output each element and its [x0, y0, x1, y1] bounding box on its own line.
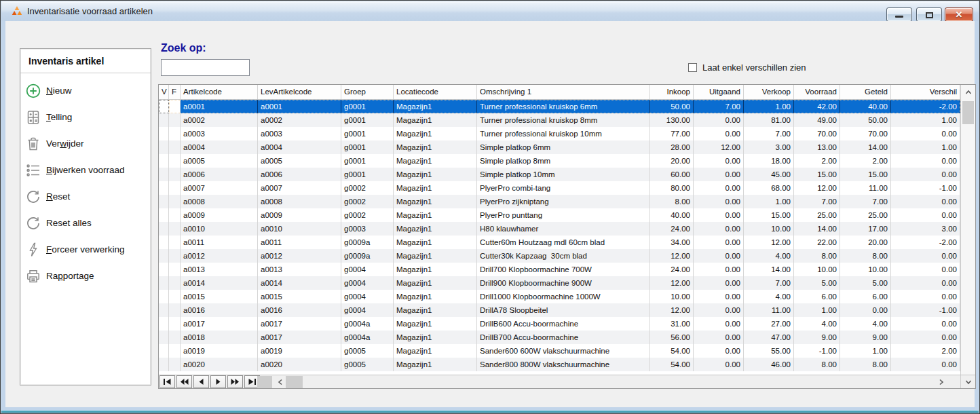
table-row[interactable]: a0012a0012g0009aMagazijn1Cutter30k Kapza… [159, 249, 960, 263]
cell-artikelcode[interactable]: a0013 [181, 263, 258, 276]
cell-locatiecode[interactable]: Magazijn1 [394, 263, 477, 276]
cell-verschil[interactable]: -2.00 [891, 100, 960, 113]
cell-artikelcode[interactable]: a0002 [181, 113, 258, 127]
cell-v[interactable] [159, 181, 169, 195]
cell-inkoop[interactable]: 40.00 [650, 208, 694, 222]
column-header-omschrijving1[interactable]: Omschrijving 1 [477, 85, 650, 99]
cell-voorraad[interactable]: -1.00 [794, 344, 840, 358]
cell-verkoop[interactable]: 18.00 [744, 154, 794, 168]
maximize-button[interactable] [916, 7, 942, 22]
cell-geteld[interactable]: 8.00 [840, 358, 891, 371]
table-row[interactable]: a0010a0010g0003Magazijn1H80 klauwhamer24… [159, 222, 960, 236]
cell-locatiecode[interactable]: Magazijn1 [394, 140, 477, 154]
cell-locatiecode[interactable]: Magazijn1 [394, 195, 477, 208]
cell-locatiecode[interactable]: Magazijn1 [394, 181, 477, 195]
cell-voorraad[interactable]: 12.00 [794, 181, 840, 195]
cell-voorraad[interactable]: 2.00 [794, 154, 840, 168]
scroll-down-arrow-icon[interactable] [960, 375, 975, 388]
cell-artikelcode[interactable]: a0018 [181, 331, 258, 344]
cell-v[interactable] [159, 208, 169, 222]
cell-uitgaand[interactable]: 0.00 [694, 249, 744, 263]
search-input[interactable] [161, 59, 250, 76]
cell-verschil[interactable]: 0.00 [891, 208, 960, 222]
cell-locatiecode[interactable]: Magazijn1 [394, 303, 477, 317]
cell-voorraad[interactable]: 49.00 [794, 113, 840, 127]
cell-groep[interactable]: g0001 [341, 140, 394, 154]
cell-f[interactable] [169, 290, 181, 303]
cell-v[interactable] [159, 249, 169, 263]
cell-groep[interactable]: g0004 [341, 263, 394, 276]
cell-omschrijving1[interactable]: Drill900 Klopboormachine 900W [477, 276, 650, 290]
cell-v[interactable] [159, 154, 169, 168]
cell-voorraad[interactable]: 22.00 [794, 236, 840, 249]
cell-geteld[interactable]: 2.00 [840, 154, 891, 168]
cell-verkoop[interactable]: 68.00 [744, 181, 794, 195]
cell-voorraad[interactable]: 10.00 [794, 263, 840, 276]
cell-locatiecode[interactable]: Magazijn1 [394, 100, 477, 113]
cell-groep[interactable]: g0004a [341, 331, 394, 344]
cell-v[interactable] [159, 140, 169, 154]
cell-uitgaand[interactable]: 0.00 [694, 236, 744, 249]
cell-v[interactable] [159, 358, 169, 371]
cell-voorraad[interactable]: 7.00 [794, 195, 840, 208]
cell-levartikelcode[interactable]: a0020 [258, 358, 341, 371]
cell-groep[interactable]: g0001 [341, 113, 394, 127]
cell-verkoop[interactable]: 10.00 [744, 222, 794, 236]
cell-voorraad[interactable]: 8.00 [794, 249, 840, 263]
cell-artikelcode[interactable]: a0003 [181, 127, 258, 140]
sidebar-item-telling[interactable]: Telling [20, 104, 151, 130]
cell-groep[interactable]: g0004 [341, 303, 394, 317]
cell-levartikelcode[interactable]: a0009 [258, 208, 341, 222]
cell-verkoop[interactable]: 4.00 [744, 249, 794, 263]
cell-v[interactable] [159, 100, 169, 113]
cell-geteld[interactable]: 0.00 [840, 303, 891, 317]
cell-locatiecode[interactable]: Magazijn1 [394, 358, 477, 371]
table-row[interactable]: a0016a0016g0004Magazijn1DrillA78 Sloopbe… [159, 303, 960, 317]
cell-groep[interactable]: g0004 [341, 290, 394, 303]
cell-verschil[interactable]: 0.00 [891, 358, 960, 371]
cell-f[interactable] [169, 154, 181, 168]
cell-omschrijving1[interactable]: Simple platkop 8mm [477, 154, 650, 168]
cell-groep[interactable]: g0001 [341, 127, 394, 140]
cell-uitgaand[interactable]: 0.00 [694, 222, 744, 236]
table-row[interactable]: a0011a0011g0009aMagazijn1Cutter60m Houtz… [159, 236, 960, 249]
cell-verschil[interactable]: 0.00 [891, 127, 960, 140]
cell-artikelcode[interactable]: a0001 [181, 100, 258, 113]
table-row[interactable]: a0009a0009g0002Magazijn1PlyerPro punttan… [159, 208, 960, 222]
cell-uitgaand[interactable]: 12.00 [694, 140, 744, 154]
cell-verkoop[interactable]: 7.00 [744, 276, 794, 290]
cell-voorraad[interactable]: 6.00 [794, 290, 840, 303]
cell-inkoop[interactable]: 130.00 [650, 113, 694, 127]
cell-voorraad[interactable]: 14.00 [794, 222, 840, 236]
cell-groep[interactable]: g0009a [341, 236, 394, 249]
column-header-verschil[interactable]: Verschil [891, 85, 960, 99]
cell-verkoop[interactable]: 3.00 [744, 140, 794, 154]
table-row[interactable]: a0003a0003g0001Magazijn1Turner professio… [159, 127, 960, 140]
cell-omschrijving1[interactable]: DrillA78 Sloopbeitel [477, 303, 650, 317]
cell-uitgaand[interactable]: 0.00 [694, 290, 744, 303]
cell-verkoop[interactable]: 14.00 [744, 263, 794, 276]
cell-inkoop[interactable]: 24.00 [650, 222, 694, 236]
column-header-inkoop[interactable]: Inkoop [650, 85, 694, 99]
cell-f[interactable] [169, 344, 181, 358]
sidebar-item-rapportage[interactable]: Rapportage [20, 263, 151, 289]
cell-f[interactable] [169, 358, 181, 371]
cell-artikelcode[interactable]: a0012 [181, 249, 258, 263]
cell-uitgaand[interactable]: 0.00 [694, 168, 744, 181]
cell-omschrijving1[interactable]: Turner professional kruiskop 8mm [477, 113, 650, 127]
cell-artikelcode[interactable]: a0016 [181, 303, 258, 317]
cell-geteld[interactable]: 11.00 [840, 181, 891, 195]
cell-voorraad[interactable]: 9.00 [794, 331, 840, 344]
cell-voorraad[interactable]: 15.00 [794, 168, 840, 181]
column-header-artikelcode[interactable]: Artikelcode [181, 85, 258, 99]
scroll-left-arrow-icon[interactable] [275, 376, 286, 388]
cell-verschil[interactable]: 1.00 [891, 140, 960, 154]
cell-omschrijving1[interactable]: DrillB600 Accu-boormachine [477, 317, 650, 331]
cell-groep[interactable]: g0001 [341, 168, 394, 181]
cell-verschil[interactable]: 0.00 [891, 331, 960, 344]
cell-voorraad[interactable]: 25.00 [794, 208, 840, 222]
cell-verschil[interactable]: 1.00 [891, 113, 960, 127]
table-row[interactable]: a0001a0001g0001Magazijn1Turner professio… [159, 100, 960, 113]
cell-v[interactable] [159, 168, 169, 181]
sidebar-item-reset-alles[interactable]: Reset alles [20, 210, 151, 236]
